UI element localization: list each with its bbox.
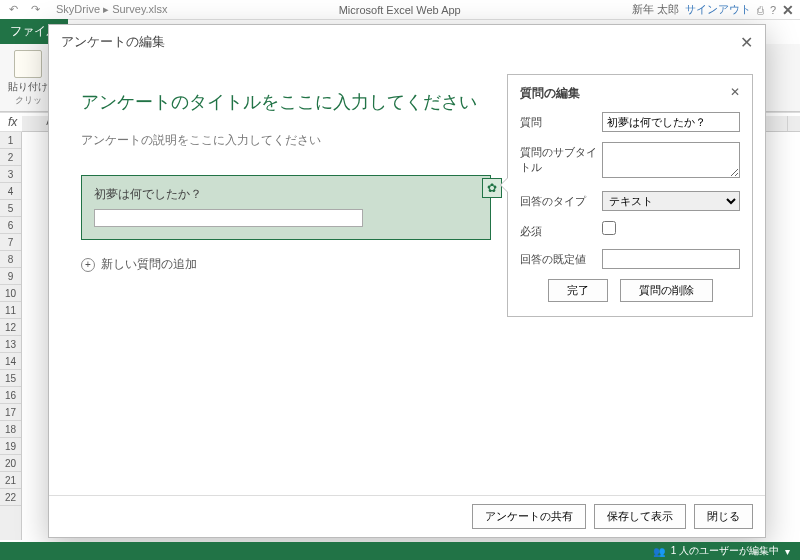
row-header[interactable]: 16 [0, 387, 21, 404]
plus-icon: + [81, 258, 95, 272]
signout-link[interactable]: サインアウト [685, 2, 751, 17]
add-question-label: 新しい質問の追加 [101, 256, 197, 273]
save-view-button[interactable]: 保存して表示 [594, 504, 686, 529]
row-header[interactable]: 8 [0, 251, 21, 268]
status-bar: 👥 1 人のユーザーが編集中 ▾ [0, 542, 800, 560]
answer-type-select[interactable]: テキスト [602, 191, 740, 211]
row-header[interactable]: 22 [0, 489, 21, 506]
close-app-icon[interactable]: ✕ [782, 2, 794, 18]
user-name: 新年 太郎 [632, 2, 679, 17]
question-input[interactable] [602, 112, 740, 132]
row-header[interactable]: 20 [0, 455, 21, 472]
row-header[interactable]: 13 [0, 336, 21, 353]
row-header[interactable]: 9 [0, 268, 21, 285]
gear-icon[interactable]: ✿ [482, 178, 502, 198]
row-header[interactable]: 1 [0, 132, 21, 149]
subtitle-input[interactable] [602, 142, 740, 178]
delete-question-button[interactable]: 質問の削除 [620, 279, 713, 302]
row-header[interactable]: 5 [0, 200, 21, 217]
subtitle-label: 質問のサブタイトル [520, 142, 602, 175]
question-edit-panel: 質問の編集 ✕ 質問 質問のサブタイトル 回答のタイプ テキスト 必須 回答の既… [507, 74, 753, 317]
breadcrumb-root[interactable]: SkyDrive [56, 3, 100, 15]
row-header[interactable]: 7 [0, 234, 21, 251]
row-header[interactable]: 4 [0, 183, 21, 200]
row-header[interactable]: 12 [0, 319, 21, 336]
close-button[interactable]: 閉じる [694, 504, 753, 529]
survey-title-input[interactable]: アンケートのタイトルをここに入力してください [81, 90, 491, 114]
title-bar: ↶ ↷ SkyDrive ▸ Survey.xlsx Microsoft Exc… [0, 0, 800, 20]
app-title: Microsoft Excel Web App [168, 4, 632, 16]
row-header[interactable]: 21 [0, 472, 21, 489]
default-label: 回答の既定値 [520, 249, 602, 267]
breadcrumb-sep-icon: ▸ [103, 3, 109, 15]
row-header[interactable]: 17 [0, 404, 21, 421]
row-header[interactable]: 18 [0, 421, 21, 438]
undo-icon[interactable]: ↶ [4, 2, 22, 18]
panel-arrow-icon [500, 177, 508, 193]
users-icon: 👥 [653, 546, 665, 557]
survey-edit-dialog: アンケートの編集 ✕ アンケートのタイトルをここに入力してください アンケートの… [48, 24, 766, 538]
dialog-title: アンケートの編集 [61, 33, 165, 52]
default-input[interactable] [602, 249, 740, 269]
add-question-button[interactable]: + 新しい質問の追加 [81, 256, 491, 273]
answer-type-label: 回答のタイプ [520, 191, 602, 209]
redo-icon[interactable]: ↷ [26, 2, 44, 18]
share-survey-button[interactable]: アンケートの共有 [472, 504, 586, 529]
question-card[interactable]: ✿ 初夢は何でしたか？ [81, 175, 491, 240]
row-header[interactable]: 11 [0, 302, 21, 319]
answer-input-preview [94, 209, 363, 227]
paste-icon[interactable] [14, 50, 42, 78]
panel-close-icon[interactable]: ✕ [730, 85, 740, 102]
status-text[interactable]: 1 人のユーザーが編集中 [671, 544, 779, 558]
required-checkbox[interactable] [602, 221, 616, 235]
required-label: 必須 [520, 221, 602, 239]
row-header[interactable]: 14 [0, 353, 21, 370]
chevron-down-icon[interactable]: ▾ [785, 546, 790, 557]
print-icon[interactable]: ⎙ [757, 4, 764, 16]
panel-title: 質問の編集 [520, 85, 580, 102]
row-header[interactable]: 15 [0, 370, 21, 387]
row-header[interactable]: 6 [0, 217, 21, 234]
row-header[interactable]: 2 [0, 149, 21, 166]
done-button[interactable]: 完了 [548, 279, 608, 302]
paste-label: 貼り付け [8, 80, 48, 94]
row-header[interactable]: 3 [0, 166, 21, 183]
row-headers: 1 2 3 4 5 6 7 8 9 10 11 12 13 14 15 16 1… [0, 132, 22, 540]
ribbon-group-label: クリッ [15, 94, 42, 107]
survey-desc-input[interactable]: アンケートの説明をここに入力してください [81, 132, 491, 149]
row-header[interactable]: 19 [0, 438, 21, 455]
help-icon[interactable]: ? [770, 4, 776, 16]
question-text: 初夢は何でしたか？ [94, 186, 478, 203]
row-header[interactable]: 10 [0, 285, 21, 302]
breadcrumb-file[interactable]: Survey.xlsx [112, 3, 167, 15]
question-label: 質問 [520, 112, 602, 130]
dialog-close-icon[interactable]: ✕ [740, 33, 753, 52]
